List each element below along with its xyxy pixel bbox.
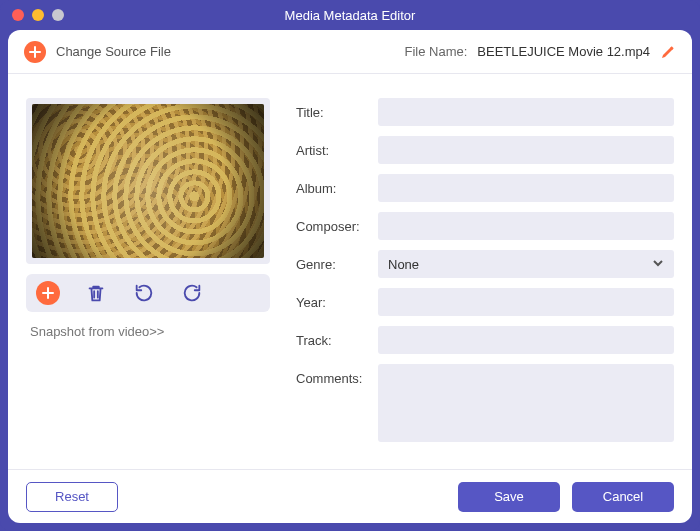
thumbnail-toolbar <box>26 274 270 312</box>
composer-field[interactable] <box>378 212 674 240</box>
file-name-label: File Name: <box>404 44 467 59</box>
album-label: Album: <box>296 174 378 196</box>
titlebar: Media Metadata Editor <box>0 0 700 30</box>
window-title: Media Metadata Editor <box>0 8 700 23</box>
main-surface: Change Source File File Name: BEETLEJUIC… <box>8 30 692 523</box>
trash-icon <box>85 282 107 304</box>
maximize-window-button[interactable] <box>52 9 64 21</box>
change-source-label: Change Source File <box>56 44 171 59</box>
genre-value: None <box>388 257 419 272</box>
pencil-icon <box>660 44 676 60</box>
add-artwork-button[interactable] <box>36 281 60 305</box>
snapshot-link[interactable]: Snapshot from video>> <box>26 324 270 339</box>
left-column: Snapshot from video>> <box>26 98 270 459</box>
file-name-block: File Name: BEETLEJUICE Movie 12.mp4 <box>404 44 676 60</box>
composer-label: Composer: <box>296 212 378 234</box>
chevron-down-icon <box>652 255 664 273</box>
track-field[interactable] <box>378 326 674 354</box>
rotate-left-button[interactable] <box>132 281 156 305</box>
year-field[interactable] <box>378 288 674 316</box>
edit-filename-button[interactable] <box>660 44 676 60</box>
minimize-window-button[interactable] <box>32 9 44 21</box>
comments-field[interactable] <box>378 364 674 442</box>
metadata-form: Title: Artist: Album: Composer: Genre: <box>296 98 674 459</box>
topbar: Change Source File File Name: BEETLEJUIC… <box>8 30 692 74</box>
year-label: Year: <box>296 288 378 310</box>
window-controls <box>0 9 64 21</box>
change-source-button[interactable]: Change Source File <box>24 41 171 63</box>
comments-label: Comments: <box>296 364 378 386</box>
rotate-ccw-icon <box>133 282 155 304</box>
genre-label: Genre: <box>296 250 378 272</box>
rotate-right-button[interactable] <box>180 281 204 305</box>
artist-label: Artist: <box>296 136 378 158</box>
close-window-button[interactable] <box>12 9 24 21</box>
footer: Reset Save Cancel <box>8 469 692 523</box>
app-window: Media Metadata Editor Change Source File… <box>0 0 700 531</box>
artist-field[interactable] <box>378 136 674 164</box>
plus-icon <box>24 41 46 63</box>
album-field[interactable] <box>378 174 674 202</box>
artwork-thumbnail[interactable] <box>32 104 264 258</box>
title-label: Title: <box>296 98 378 120</box>
content: Snapshot from video>> Title: Artist: Alb… <box>8 74 692 469</box>
track-label: Track: <box>296 326 378 348</box>
file-name-value: BEETLEJUICE Movie 12.mp4 <box>477 44 650 59</box>
save-button[interactable]: Save <box>458 482 560 512</box>
rotate-cw-icon <box>181 282 203 304</box>
plus-icon <box>42 287 54 299</box>
genre-select[interactable]: None <box>378 250 674 278</box>
thumbnail-frame <box>26 98 270 264</box>
title-field[interactable] <box>378 98 674 126</box>
delete-artwork-button[interactable] <box>84 281 108 305</box>
reset-button[interactable]: Reset <box>26 482 118 512</box>
cancel-button[interactable]: Cancel <box>572 482 674 512</box>
